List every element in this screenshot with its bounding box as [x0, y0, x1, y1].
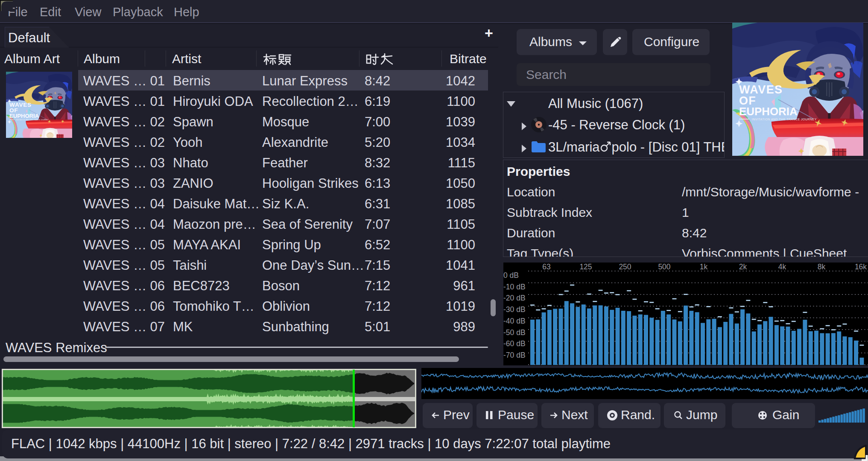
svg-text:EUPHORIA: EUPHORIA [9, 113, 39, 119]
svg-text:16k: 16k [855, 263, 867, 271]
svg-text:250: 250 [619, 263, 631, 271]
svg-text:EUPHORIA: EUPHORIA [739, 105, 798, 117]
svg-text:INVITATION AND THE TRANCE JOUR: INVITATION AND THE TRANCE JOURNEY [752, 118, 817, 121]
svg-text:INVITATION AND THE TRANCE JOUR: INVITATION AND THE TRANCE JOURNEY [16, 119, 49, 121]
svg-text:-70 dB: -70 dB [503, 351, 526, 359]
svg-text:1k: 1k [700, 263, 708, 271]
svg-text:-40 dB: -40 dB [503, 317, 526, 325]
svg-text:8k: 8k [818, 263, 826, 271]
svg-text:4k: 4k [778, 263, 786, 271]
svg-text:500: 500 [658, 263, 670, 271]
svg-text:-30 dB: -30 dB [503, 305, 526, 314]
svg-text:0 dB: 0 dB [503, 271, 519, 280]
svg-text:-60 dB: -60 dB [503, 339, 526, 348]
svg-text:-10 dB: -10 dB [503, 283, 526, 291]
svg-text:63: 63 [542, 263, 550, 271]
svg-text:125: 125 [579, 263, 592, 271]
svg-text:-20 dB: -20 dB [503, 294, 526, 302]
svg-text:2k: 2k [739, 263, 747, 271]
svg-text:-50 dB: -50 dB [503, 328, 526, 337]
